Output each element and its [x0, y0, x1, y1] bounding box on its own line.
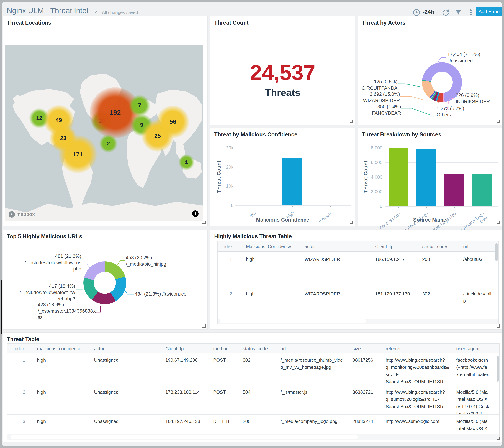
urls-donut-chart[interactable] — [83, 261, 126, 304]
panel-resize-handle[interactable] — [350, 120, 353, 123]
bar-kubernetes-access-logs-dev[interactable] — [472, 174, 492, 206]
refresh-icon[interactable] — [442, 9, 450, 16]
dashboard-header: Nginx ULM - Threat Intel All changes sav… — [2, 2, 502, 16]
cell: 38617256 — [353, 357, 373, 363]
column-header[interactable]: Index — [13, 346, 25, 351]
column-header[interactable]: Client_Ip — [375, 244, 394, 249]
y-tick: 30k — [216, 145, 234, 151]
scrollbar-thumb[interactable] — [219, 319, 366, 323]
time-range-clock-icon[interactable] — [412, 9, 420, 16]
cell: http://www.sumologic.com — [386, 418, 455, 425]
hm-table: Index Malicious_Confidence actor Client_… — [217, 241, 499, 324]
cell: POST — [213, 389, 226, 396]
cell-index: 3 — [13, 418, 25, 425]
mapbox-attribution[interactable]: ✦ mapbox — [9, 211, 35, 218]
slice-label: 481 (21.2%) /_includes/follow/follow_us … — [25, 253, 81, 272]
column-header[interactable]: status_code — [243, 346, 268, 351]
cell: 28833274 — [353, 418, 373, 425]
threat-table-header: Index malicious_confidence actor Client_… — [7, 344, 499, 353]
cell: 190.67.149.238 — [165, 357, 198, 363]
add-panel-button[interactable]: Add Panel — [476, 7, 502, 16]
cell: 200 — [422, 256, 430, 263]
cell: 302 — [422, 290, 430, 297]
cell: POST — [213, 357, 226, 363]
panel-resize-handle[interactable] — [350, 221, 353, 224]
column-header[interactable]: Malicious_Confidence — [246, 244, 291, 249]
time-range-value[interactable]: -24h — [423, 9, 434, 15]
cell: high — [246, 290, 255, 297]
column-header[interactable]: status_code — [422, 244, 447, 249]
horizontal-scrollbar[interactable] — [7, 434, 499, 440]
vertical-scrollbar[interactable] — [497, 356, 499, 381]
cell: 178.233.100.114 — [165, 389, 200, 396]
bar-access-logs[interactable] — [389, 148, 408, 206]
cell: 181.129.137.170 — [375, 290, 410, 297]
panel-title: Threat Count — [214, 19, 249, 26]
mapbox-label: mapbox — [16, 212, 35, 217]
scrollbar-thumb[interactable] — [10, 435, 358, 439]
x-axis-title: Malicious Confidence — [210, 217, 355, 223]
column-header[interactable]: malicious_confidence — [37, 346, 81, 351]
map-bubble[interactable]: 2 — [99, 135, 117, 153]
cell: Unassigned — [94, 357, 119, 363]
bar-high[interactable] — [282, 158, 303, 205]
cell: 200 — [243, 418, 250, 425]
dashboard-screenshot: { "header": { "title": "Nginx ULM - Thre… — [0, 0, 504, 448]
column-header[interactable]: actor — [94, 346, 105, 351]
filter-icon[interactable] — [454, 9, 462, 16]
bar-kubernetes-access-logs[interactable] — [416, 149, 436, 206]
cell: /_js/master.js — [281, 389, 350, 396]
screenshot-artifact-bar — [1, 280, 2, 334]
bar-access-logs-dev[interactable] — [445, 174, 464, 206]
hm-table-header: Index Malicious_Confidence actor Client_… — [218, 241, 498, 252]
cell: 504 — [243, 389, 250, 396]
cell: /_media/company_logo.png — [281, 418, 350, 425]
vertical-scrollbar[interactable] — [495, 243, 498, 261]
cell: /_includes/foll p — [463, 290, 497, 305]
map-bubble[interactable]: 7 — [129, 95, 150, 116]
horizontal-scrollbar[interactable] — [218, 319, 498, 324]
cell: high — [37, 357, 46, 363]
panel-title: Threat Locations — [7, 19, 51, 26]
slice-label: 428 (18.9%) /_css/master.1334356838.c ss — [38, 302, 97, 321]
column-header[interactable]: url — [281, 346, 286, 351]
column-header[interactable]: Index — [221, 244, 232, 249]
cell: WIZARDSPIDER — [305, 290, 340, 297]
panel-resize-handle[interactable] — [202, 325, 206, 328]
panel-resize-handle[interactable] — [497, 120, 500, 123]
panel-title: Threat by Actors — [362, 19, 405, 26]
panel-resize-handle[interactable] — [497, 325, 500, 328]
column-header[interactable]: actor — [305, 244, 315, 249]
column-header[interactable]: referrer — [386, 346, 401, 351]
column-header[interactable]: Client_Ip — [165, 346, 184, 351]
slice-label: 17,464 (71.2%)Unassigned — [447, 51, 480, 64]
map-info-icon[interactable]: i — [192, 210, 198, 217]
cell: /aboutus/ — [463, 256, 482, 263]
panel-title: Top 5 Highly Malicious URLs — [7, 233, 82, 240]
y-axis-title: Threat Count — [216, 157, 222, 196]
column-header[interactable]: size — [353, 346, 361, 351]
world-map[interactable]: 12 49 23 171 20 192 2 7 9 56 25 1 ✦ mapb… — [5, 45, 203, 221]
cell: http://www.bing.com/search? q=monitoring… — [386, 357, 455, 385]
x-axis-title: Source Name — [358, 217, 502, 223]
panel-threat-table: Threat Table Index malicious_confidence … — [3, 333, 502, 442]
panel-resize-handle[interactable] — [497, 437, 500, 440]
column-header[interactable]: method — [213, 346, 229, 351]
cell: high — [246, 256, 255, 263]
column-header[interactable]: user_agent — [456, 346, 479, 351]
save-status: All changes saved — [102, 10, 138, 15]
panel-threat-count: Threat Count 24,537 Threats — [210, 16, 355, 125]
donut-hole — [431, 71, 453, 93]
map-bubble[interactable]: 25 — [142, 120, 173, 152]
panel-title: Threat Table — [7, 336, 39, 343]
y-tick: 8,000 — [363, 145, 382, 151]
map-bubble[interactable]: 171 — [59, 135, 97, 173]
cell: 36382721 — [353, 389, 373, 396]
panel-resize-handle[interactable] — [202, 221, 206, 224]
panel-title: Threat by Malicious Confidence — [214, 131, 297, 138]
panel-resize-handle[interactable] — [497, 221, 500, 224]
map-bubble[interactable]: 1 — [179, 154, 194, 170]
kebab-menu-icon[interactable] — [467, 9, 475, 16]
column-header[interactable]: url — [463, 244, 468, 249]
threat-count-label: Threats — [210, 87, 355, 98]
